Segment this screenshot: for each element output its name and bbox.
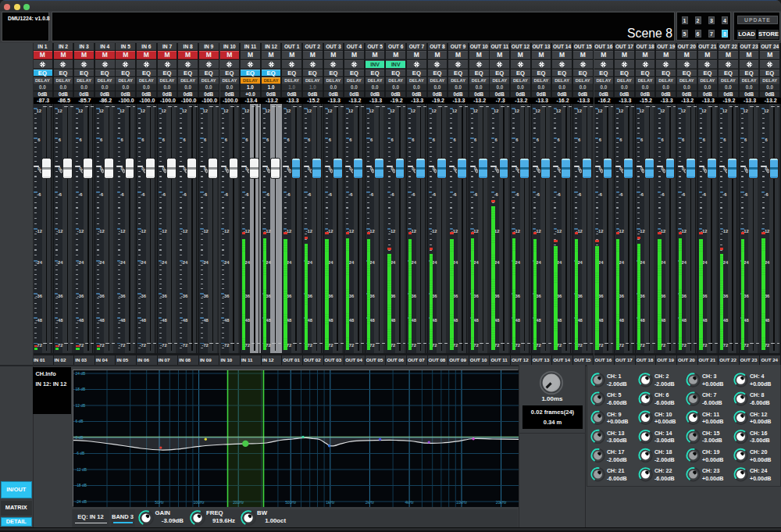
svg-text:CH: 10: CH: 10: [654, 412, 672, 418]
svg-text:CH: 6: CH: 6: [654, 392, 669, 398]
svg-text:-3.00dB: -3.00dB: [607, 437, 627, 444]
svg-text:CH: 3: CH: 3: [702, 373, 717, 380]
svg-text:+0.00dB: +0.00dB: [702, 476, 723, 482]
svg-text:+0.00dB: +0.00dB: [702, 419, 723, 425]
svg-text:-2.00dB: -2.00dB: [654, 457, 675, 463]
svg-text:+0.00dB: +0.00dB: [607, 419, 628, 425]
svg-text:CH: 14: CH: 14: [654, 430, 672, 437]
svg-text:CH: 7: CH: 7: [702, 392, 717, 398]
svg-text:CH: 16: CH: 16: [750, 430, 768, 437]
svg-text:CH: 19: CH: 19: [702, 449, 720, 455]
svg-text:+0.00dB: +0.00dB: [750, 476, 771, 482]
svg-text:CH: 17: CH: 17: [607, 449, 625, 455]
svg-text:+0.00dB: +0.00dB: [750, 419, 771, 425]
svg-text:100Hz: 100Hz: [194, 501, 205, 505]
svg-text:-6.00dB: -6.00dB: [607, 400, 627, 406]
svg-text:-3.00dB: -3.00dB: [654, 437, 675, 444]
svg-text:-2.00dB: -2.00dB: [607, 457, 627, 463]
svg-text:4kHz: 4kHz: [405, 501, 415, 505]
svg-text:CH: 4: CH: 4: [750, 373, 765, 380]
svg-text:20kHz: 20kHz: [496, 501, 507, 505]
svg-text:12 dB: 12 dB: [76, 404, 86, 408]
svg-text:-2.00dB: -2.00dB: [607, 381, 627, 387]
svg-text:50Hz: 50Hz: [155, 501, 164, 505]
svg-text:1kHz: 1kHz: [326, 501, 335, 505]
svg-text:+0.00dB: +0.00dB: [750, 381, 771, 387]
svg-text:CH: 15: CH: 15: [702, 430, 720, 437]
svg-text:CH: 12: CH: 12: [750, 412, 768, 418]
svg-text:-12 dB: -12 dB: [76, 468, 87, 472]
svg-text:CH: 5: CH: 5: [607, 392, 622, 398]
svg-text:CH: 8: CH: 8: [750, 392, 765, 398]
svg-text:CH: 22: CH: 22: [654, 468, 672, 474]
svg-text:200Hz: 200Hz: [233, 501, 244, 505]
svg-text:6 dB: 6 dB: [76, 420, 84, 423]
svg-text:2kHz: 2kHz: [366, 501, 375, 505]
svg-text:+0.00dB: +0.00dB: [654, 419, 676, 425]
svg-text:CH: 11: CH: 11: [702, 412, 719, 418]
svg-text:-6.00dB: -6.00dB: [750, 400, 770, 406]
svg-text:18 dB: 18 dB: [76, 387, 86, 391]
svg-text:-18 dB: -18 dB: [76, 484, 87, 487]
svg-text:CH: 18: CH: 18: [654, 449, 672, 455]
svg-text:-6 dB: -6 dB: [76, 452, 85, 455]
svg-text:CH: 13: CH: 13: [607, 430, 625, 437]
svg-text:0 dB: 0 dB: [76, 436, 84, 440]
svg-text:CH: 9: CH: 9: [607, 412, 622, 418]
svg-text:-6.00dB: -6.00dB: [702, 400, 722, 406]
svg-text:-3.00dB: -3.00dB: [702, 437, 722, 444]
svg-text:+0.00dB: +0.00dB: [702, 381, 723, 387]
svg-text:-3.00dB: -3.00dB: [750, 437, 770, 444]
svg-text:CH: 20: CH: 20: [750, 449, 768, 455]
svg-text:+0.00dB: +0.00dB: [750, 457, 771, 463]
svg-text:10kHz: 10kHz: [456, 501, 467, 505]
svg-text:CH: 1: CH: 1: [607, 373, 622, 380]
svg-text:-2.00dB: -2.00dB: [654, 381, 675, 387]
svg-text:+0.00dB: +0.00dB: [702, 457, 723, 463]
svg-text:CH: 21: CH: 21: [607, 468, 625, 474]
svg-text:-6.00dB: -6.00dB: [654, 476, 675, 482]
svg-text:CH: 24: CH: 24: [750, 468, 768, 474]
svg-text:CH: 2: CH: 2: [654, 373, 669, 380]
svg-text:24 dB: 24 dB: [76, 372, 86, 376]
svg-text:-24 dB: -24 dB: [76, 500, 87, 504]
svg-text:500Hz: 500Hz: [285, 501, 297, 505]
svg-text:-6.00dB: -6.00dB: [654, 400, 675, 406]
svg-text:CH: 23: CH: 23: [702, 468, 720, 474]
svg-text:-6.00dB: -6.00dB: [607, 476, 627, 482]
